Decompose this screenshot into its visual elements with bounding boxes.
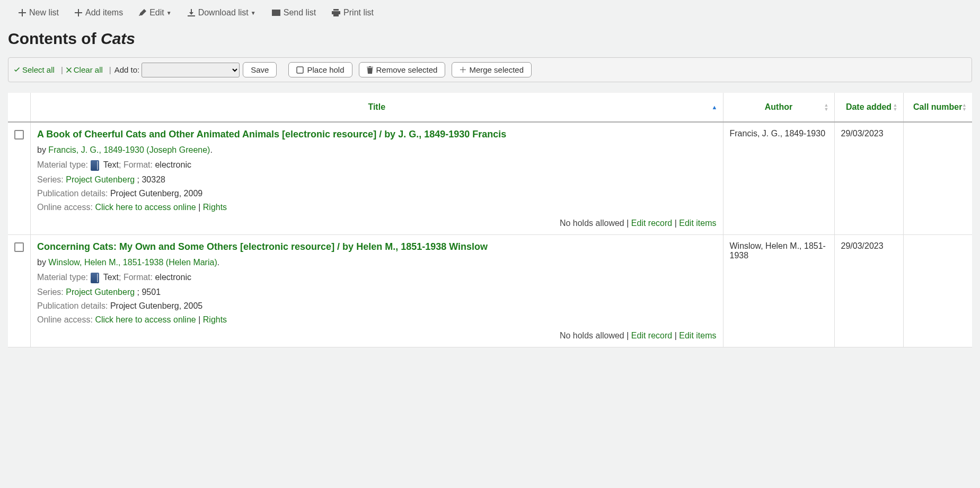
add-items-button[interactable]: Add items: [75, 8, 123, 18]
envelope-icon: [272, 9, 280, 16]
series-label: Series:: [37, 287, 64, 297]
material-type-label: Material type:: [37, 160, 88, 169]
separator: |: [109, 65, 111, 74]
edit-items-link[interactable]: Edit items: [679, 219, 716, 228]
publication-label: Publication details:: [37, 189, 108, 198]
material-type-label: Material type:: [37, 273, 88, 282]
merge-selected-label: Merge selected: [469, 65, 524, 74]
send-list-label: Send list: [284, 8, 316, 18]
material-type-value: Text: [103, 160, 119, 169]
page-title-prefix: Contents of: [8, 30, 101, 47]
online-access-label: Online access:: [37, 315, 93, 324]
edit-items-link[interactable]: Edit items: [679, 331, 716, 340]
title-header[interactable]: Title ▲: [31, 93, 723, 122]
publication-value: Project Gutenberg, 2009: [110, 189, 202, 198]
pencil-icon: [139, 9, 146, 16]
table-row: A Book of Cheerful Cats and Other Animat…: [8, 122, 972, 235]
remove-selected-button[interactable]: Remove selected: [359, 62, 446, 77]
plus-icon: [19, 9, 26, 16]
author-header-label: Author: [765, 102, 792, 111]
page-title-name: Cats: [101, 30, 135, 47]
hold-icon: [296, 66, 304, 74]
date-added-cell: 29/03/2023: [841, 241, 884, 250]
top-toolbar: New list Add items Edit ▼ Download list …: [8, 5, 972, 25]
separator: |: [61, 65, 63, 74]
edit-record-link[interactable]: Edit record: [631, 331, 672, 340]
trash-icon: [367, 66, 373, 74]
edit-record-link[interactable]: Edit record: [631, 219, 672, 228]
place-hold-label: Place hold: [307, 65, 344, 74]
by-label: by: [37, 258, 46, 267]
row-checkbox[interactable]: [14, 242, 24, 252]
add-items-label: Add items: [85, 8, 123, 18]
series-post: ; 30328: [135, 175, 165, 184]
edit-button[interactable]: Edit ▼: [139, 8, 171, 18]
record-title-link[interactable]: Concerning Cats: My Own and Some Others …: [37, 241, 488, 252]
book-icon: [91, 273, 99, 283]
save-label: Save: [251, 65, 269, 74]
svg-rect-0: [297, 67, 303, 73]
call-number-header-label: Call number: [913, 102, 962, 111]
format-value: electronic: [155, 273, 191, 282]
author-header[interactable]: Author ▲▼: [723, 93, 834, 122]
add-to-label: Add to:: [114, 65, 140, 74]
author-cell: Winslow, Helen M., 1851-1938: [730, 241, 826, 260]
sort-icon: ▲▼: [893, 103, 898, 111]
rights-link[interactable]: Rights: [203, 203, 227, 212]
date-added-header[interactable]: Date added ▲▼: [834, 93, 903, 122]
caret-down-icon: ▼: [166, 10, 172, 16]
date-added-cell: 29/03/2023: [841, 129, 884, 138]
sort-icon: ▲▼: [962, 103, 967, 111]
book-icon: [91, 160, 99, 171]
print-list-button[interactable]: Print list: [332, 8, 374, 18]
format-value: electronic: [155, 160, 191, 169]
merge-selected-button[interactable]: Merge selected: [452, 62, 532, 77]
edit-label: Edit: [149, 8, 164, 18]
page-title: Contents of Cats: [8, 25, 972, 57]
record-title-link[interactable]: A Book of Cheerful Cats and Other Animat…: [37, 129, 506, 140]
add-to-select[interactable]: [142, 63, 240, 77]
no-holds-text: No holds allowed: [560, 331, 624, 340]
online-access-link[interactable]: Click here to access online: [95, 315, 196, 324]
download-list-label: Download list: [198, 8, 249, 18]
clear-all-label: Clear all: [74, 65, 103, 74]
save-button[interactable]: Save: [243, 62, 277, 77]
merge-icon: [460, 67, 466, 73]
print-icon: [332, 9, 340, 16]
rights-link[interactable]: Rights: [203, 315, 227, 324]
material-type-value: Text: [103, 273, 119, 282]
check-icon: [14, 67, 20, 73]
row-checkbox[interactable]: [14, 130, 24, 140]
remove-selected-label: Remove selected: [376, 65, 438, 74]
action-bar: Select all | Clear all | Add to: Save Pl…: [8, 57, 972, 82]
plus-icon: [75, 9, 82, 16]
date-added-header-label: Date added: [846, 102, 891, 111]
publication-value: Project Gutenberg, 2005: [110, 301, 202, 310]
format-label: Format:: [123, 160, 153, 169]
call-number-header[interactable]: Call number ▲▼: [903, 93, 972, 122]
format-label: Format:: [123, 273, 153, 282]
online-access-link[interactable]: Click here to access online: [95, 203, 196, 212]
new-list-label: New list: [29, 8, 59, 18]
place-hold-button[interactable]: Place hold: [288, 62, 352, 77]
send-list-button[interactable]: Send list: [272, 8, 316, 18]
publication-label: Publication details:: [37, 301, 108, 310]
sort-icon: ▲▼: [824, 103, 829, 111]
series-link[interactable]: Project Gutenberg: [66, 287, 135, 297]
no-holds-text: No holds allowed: [560, 219, 624, 228]
download-list-button[interactable]: Download list ▼: [188, 8, 256, 18]
author-link[interactable]: Winslow, Helen M., 1851-1938 (Helen Mari…: [48, 258, 217, 267]
sort-asc-icon: ▲: [712, 105, 718, 109]
author-link[interactable]: Francis, J. G., 1849-1930 (Joseph Greene…: [48, 145, 210, 154]
new-list-button[interactable]: New list: [19, 8, 59, 18]
select-all-button[interactable]: Select all: [14, 65, 55, 74]
print-list-label: Print list: [343, 8, 374, 18]
series-link[interactable]: Project Gutenberg: [66, 175, 135, 184]
results-table: Title ▲ Author ▲▼ Date added ▲▼ Call num…: [8, 93, 972, 347]
series-post: ; 9501: [135, 287, 161, 297]
title-header-label: Title: [368, 102, 385, 111]
clear-all-button[interactable]: Clear all: [66, 65, 103, 74]
online-access-label: Online access:: [37, 203, 93, 212]
series-label: Series:: [37, 175, 64, 184]
select-all-label: Select all: [22, 65, 55, 74]
